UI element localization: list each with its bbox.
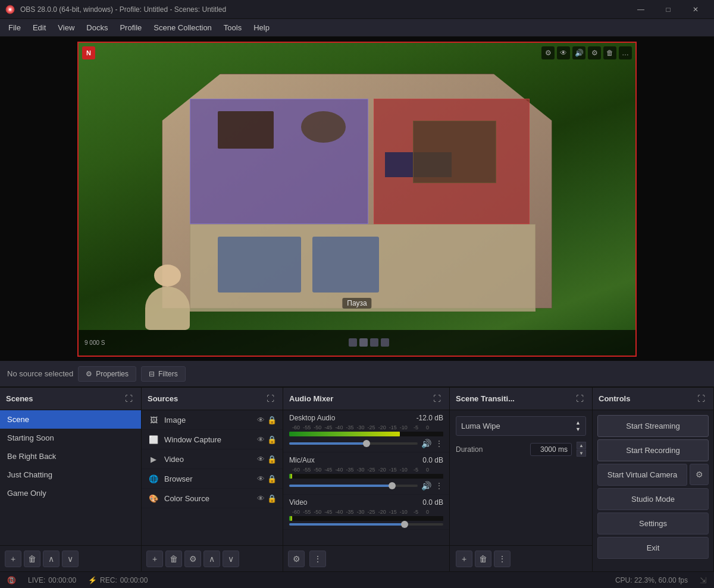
rec-status: ⚡ REC: 00:00:00	[88, 576, 148, 584]
audio-mic-menu-icon[interactable]: ⋮	[435, 481, 443, 490]
app-icon	[5, 4, 15, 15]
source-down-btn[interactable]: ∨	[223, 551, 239, 567]
duration-row: Duration 3000 ms ▲ ▼	[456, 442, 586, 457]
virtual-camera-settings-btn[interactable]: ⚙	[690, 464, 709, 485]
source-eye-icon-window[interactable]: 👁	[257, 435, 265, 444]
video-source-icon: ▶	[148, 453, 159, 465]
scenes-footer: + 🗑 ∧ ∨	[0, 545, 141, 571]
audio-video-meter	[289, 516, 443, 521]
sources-expand-btn[interactable]: ⛶	[264, 392, 277, 405]
live-status: LIVE: 00:00:00	[28, 576, 76, 584]
transitions-title: Scene Transiti...	[456, 394, 515, 403]
duration-input[interactable]: 3000 ms	[530, 443, 572, 456]
source-video-controls: 👁 🔒	[257, 455, 277, 464]
transition-remove-btn[interactable]: 🗑	[475, 551, 491, 567]
source-lock-icon-image[interactable]: 🔒	[267, 416, 277, 425]
maximize-btn[interactable]: □	[654, 0, 682, 19]
source-settings-btn[interactable]: ⚙	[184, 551, 201, 567]
audio-desktop-slider[interactable]	[289, 442, 418, 445]
preview-icon-5[interactable]: …	[619, 46, 632, 59]
start-virtual-camera-btn[interactable]: Start Virtual Camera	[597, 464, 687, 486]
source-eye-icon-browser[interactable]: 👁	[257, 474, 265, 483]
audio-video-slider[interactable]	[289, 523, 443, 526]
audio-channel-video: Video 0.0 dB -60-55-50-45-40-35-30-25-20…	[283, 495, 449, 530]
exit-btn[interactable]: Exit	[597, 537, 709, 559]
scene-item-scene[interactable]: Scene	[0, 410, 141, 429]
transition-type-select[interactable]: Luma Wipe ▲ ▼	[456, 416, 586, 436]
scene-item-just-chatting[interactable]: Just Chatting	[0, 466, 141, 484]
source-add-btn[interactable]: +	[146, 551, 163, 567]
scene-remove-btn[interactable]: 🗑	[24, 551, 40, 567]
audio-desktop-mute-icon[interactable]: 🔊	[421, 439, 431, 448]
window-capture-source-icon: ⬜	[148, 433, 159, 445]
scene-down-btn[interactable]: ∨	[62, 551, 79, 567]
scene-item-be-right-back[interactable]: Be Right Back	[0, 447, 141, 466]
preview-icon-4[interactable]: 🗑	[603, 46, 616, 59]
audio-settings-btn[interactable]: ⚙	[288, 551, 305, 567]
source-item-color[interactable]: 🎨 Color Source 👁 🔒	[142, 489, 283, 508]
source-eye-icon-image[interactable]: 👁	[257, 416, 265, 425]
source-lock-icon-video[interactable]: 🔒	[267, 455, 277, 464]
menu-docks[interactable]: Docks	[80, 21, 114, 34]
duration-spinner[interactable]: ▲ ▼	[577, 442, 586, 457]
source-lock-icon-browser[interactable]: 🔒	[267, 474, 277, 483]
audio-panel-header: Audio Mixer ⛶	[283, 388, 449, 410]
minimize-btn[interactable]: —	[627, 0, 654, 19]
menu-profile[interactable]: Profile	[114, 21, 148, 34]
audio-menu-btn[interactable]: ⋮	[309, 551, 326, 567]
source-item-browser[interactable]: 🌐 Browser 👁 🔒	[142, 469, 283, 489]
audio-mic-mute-icon[interactable]: 🔊	[421, 481, 431, 490]
window-controls: — □ ✕	[627, 0, 709, 19]
transition-add-btn[interactable]: +	[456, 551, 472, 567]
menu-view[interactable]: View	[52, 21, 80, 34]
start-recording-btn[interactable]: Start Recording	[597, 439, 709, 461]
resize-handle[interactable]: ⇲	[700, 576, 707, 585]
properties-btn[interactable]: ⚙ Properties	[78, 366, 136, 382]
source-eye-icon-color[interactable]: 👁	[257, 494, 265, 503]
menu-tools[interactable]: Tools	[218, 21, 248, 34]
preview-icon-3[interactable]: ⚙	[588, 46, 601, 59]
transitions-content: Luma Wipe ▲ ▼ Duration 3000 ms ▲ ▼	[450, 410, 592, 545]
source-eye-icon-video[interactable]: 👁	[257, 455, 265, 464]
audio-mic-meter	[289, 474, 443, 479]
start-streaming-btn[interactable]: Start Streaming	[597, 415, 709, 437]
preview-icon-2[interactable]: 🔊	[572, 46, 585, 59]
menu-edit[interactable]: Edit	[27, 21, 52, 34]
source-remove-btn[interactable]: 🗑	[165, 551, 182, 567]
close-btn[interactable]: ✕	[682, 0, 709, 19]
menu-file[interactable]: File	[2, 21, 27, 34]
duration-down-btn[interactable]: ▼	[577, 449, 586, 457]
controls-expand-btn[interactable]: ⛶	[694, 392, 707, 405]
transitions-expand-btn[interactable]: ⛶	[573, 392, 586, 405]
filters-btn[interactable]: ⊟ Filters	[141, 366, 186, 382]
preview-settings-icon[interactable]: ⚙	[541, 46, 555, 59]
preview-canvas[interactable]: Пауза 9 000 S N ⚙ 👁 🔊 ⚙ 🗑 …	[77, 42, 637, 357]
source-item-image[interactable]: 🖼 Image 👁 🔒	[142, 410, 283, 430]
menu-scene-collection[interactable]: Scene Collection	[148, 21, 218, 34]
preview-icon-1[interactable]: 👁	[557, 46, 570, 59]
source-item-video[interactable]: ▶ Video 👁 🔒	[142, 449, 283, 469]
transition-menu-btn[interactable]: ⋮	[494, 551, 511, 567]
studio-mode-btn[interactable]: Studio Mode	[597, 488, 709, 510]
source-lock-icon-window[interactable]: 🔒	[267, 435, 277, 444]
scene-item-starting-soon[interactable]: Starting Soon	[0, 429, 141, 447]
source-item-window-capture[interactable]: ⬜ Window Capture 👁 🔒	[142, 430, 283, 449]
scenes-expand-btn[interactable]: ⛶	[122, 392, 135, 405]
duration-up-btn[interactable]: ▲	[577, 442, 586, 449]
scene-up-btn[interactable]: ∧	[43, 551, 60, 567]
menu-help[interactable]: Help	[248, 21, 275, 34]
audio-desktop-menu-icon[interactable]: ⋮	[435, 439, 443, 448]
scenes-panel: Scenes ⛶ Scene Starting Soon Be Right Ba…	[0, 388, 142, 571]
controls-inner: Start Streaming Start Recording Start Vi…	[593, 410, 713, 564]
audio-mic-slider[interactable]	[289, 485, 418, 487]
controls-panel-header: Controls ⛶	[593, 388, 713, 410]
audio-expand-btn[interactable]: ⛶	[430, 392, 443, 405]
audio-mic-header: Mic/Aux 0.0 dB	[289, 456, 443, 464]
scene-item-game-only[interactable]: Game Only	[0, 484, 141, 502]
source-color-controls: 👁 🔒	[257, 494, 277, 503]
source-lock-icon-color[interactable]: 🔒	[267, 494, 277, 503]
scene-add-btn[interactable]: +	[5, 551, 21, 567]
sources-title: Sources	[148, 394, 178, 403]
settings-btn[interactable]: Settings	[597, 512, 709, 534]
source-up-btn[interactable]: ∧	[203, 551, 220, 567]
